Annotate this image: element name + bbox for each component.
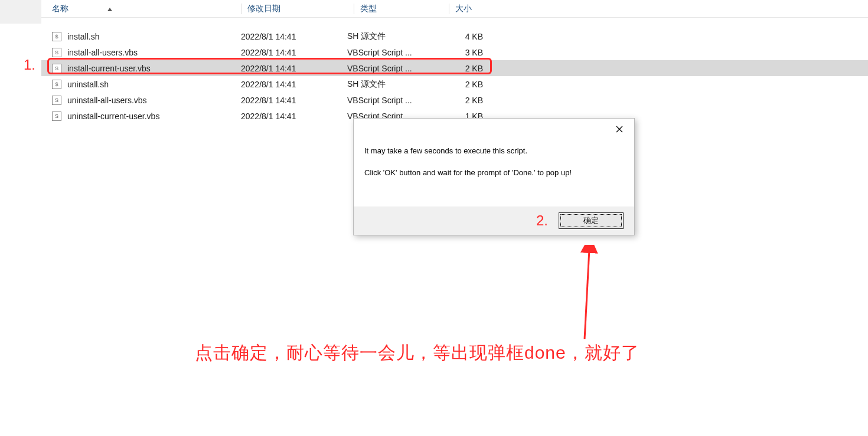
- file-date-cell: 2022/8/1 14:41: [241, 48, 347, 57]
- file-name-cell: uninstall.sh: [52, 80, 241, 89]
- file-date-cell: 2022/8/1 14:41: [241, 32, 347, 41]
- vbs-file-icon: [52, 48, 61, 57]
- dialog-body: It may take a few seconds to execute thi…: [354, 139, 634, 206]
- file-row[interactable]: uninstall.sh2022/8/1 14:41SH 源文件2 KB: [41, 76, 868, 92]
- file-name-label: install.sh: [67, 32, 99, 41]
- file-name-cell: uninstall-current-user.vbs: [52, 112, 241, 121]
- header-name[interactable]: 名称: [52, 4, 241, 14]
- file-name-cell: install-all-users.vbs: [52, 48, 241, 57]
- header-name-label: 名称: [52, 4, 68, 14]
- file-size-cell: 4 KB: [436, 32, 489, 41]
- file-row[interactable]: install-all-users.vbs2022/8/1 14:41VBScr…: [41, 44, 868, 60]
- file-date-cell: 2022/8/1 14:41: [241, 112, 347, 121]
- file-row[interactable]: install-current-user.vbs2022/8/1 14:41VB…: [41, 60, 868, 76]
- file-list: install.sh2022/8/1 14:41SH 源文件4 KBinstal…: [41, 18, 868, 124]
- file-name-cell: install-current-user.vbs: [52, 64, 241, 73]
- annotation-step-1: 1.: [24, 57, 35, 73]
- vbs-file-icon: [52, 96, 61, 105]
- vbs-file-icon: [52, 112, 61, 121]
- sh-file-icon: [52, 80, 61, 89]
- file-row[interactable]: uninstall-all-users.vbs2022/8/1 14:41VBS…: [41, 92, 868, 108]
- dialog-titlebar: [354, 119, 634, 139]
- script-confirm-dialog: It may take a few seconds to execute thi…: [353, 118, 635, 235]
- file-type-cell: SH 源文件: [347, 79, 436, 90]
- file-size-cell: 2 KB: [436, 96, 489, 105]
- sort-asc-icon: [107, 6, 112, 11]
- file-name-cell: uninstall-all-users.vbs: [52, 96, 241, 105]
- header-type[interactable]: 类型: [360, 4, 449, 14]
- file-size-cell: 2 KB: [436, 80, 489, 89]
- file-name-label: uninstall-current-user.vbs: [67, 112, 159, 121]
- annotation-caption: 点击确定，耐心等待一会儿，等出现弹框done，就好了: [195, 341, 639, 365]
- file-name-label: install-current-user.vbs: [67, 64, 151, 73]
- vbs-file-icon: [52, 64, 61, 73]
- dialog-text-line2: Click 'OK' button and wait for the promp…: [364, 168, 624, 177]
- file-type-cell: SH 源文件: [347, 31, 436, 42]
- header-separator: [449, 4, 449, 14]
- file-size-cell: 2 KB: [436, 64, 489, 73]
- ok-button[interactable]: 确定: [559, 212, 624, 229]
- column-headers: 名称 修改日期 类型 大小: [41, 0, 868, 18]
- close-icon: [616, 126, 623, 133]
- file-type-cell: VBScript Script ...: [347, 64, 436, 73]
- file-name-label: install-all-users.vbs: [67, 48, 138, 57]
- file-date-cell: 2022/8/1 14:41: [241, 80, 347, 89]
- annotation-step-2: 2.: [536, 212, 548, 229]
- sidebar-placeholder: [0, 0, 41, 24]
- file-type-cell: VBScript Script ...: [347, 96, 436, 105]
- file-date-cell: 2022/8/1 14:41: [241, 96, 347, 105]
- header-separator: [354, 4, 354, 14]
- file-size-cell: 3 KB: [436, 48, 489, 57]
- header-date[interactable]: 修改日期: [247, 4, 354, 14]
- file-name-label: uninstall-all-users.vbs: [67, 96, 147, 105]
- header-separator: [241, 4, 242, 14]
- sh-file-icon: [52, 32, 61, 41]
- dialog-text-line1: It may take a few seconds to execute thi…: [364, 146, 624, 155]
- dialog-footer: 2. 确定: [354, 206, 634, 235]
- file-date-cell: 2022/8/1 14:41: [241, 64, 347, 73]
- file-name-cell: install.sh: [52, 32, 241, 41]
- file-type-cell: VBScript Script ...: [347, 48, 436, 57]
- file-row[interactable]: install.sh2022/8/1 14:41SH 源文件4 KB: [41, 28, 868, 44]
- file-name-label: uninstall.sh: [67, 80, 109, 89]
- close-button[interactable]: [611, 121, 628, 137]
- header-size[interactable]: 大小: [455, 4, 508, 14]
